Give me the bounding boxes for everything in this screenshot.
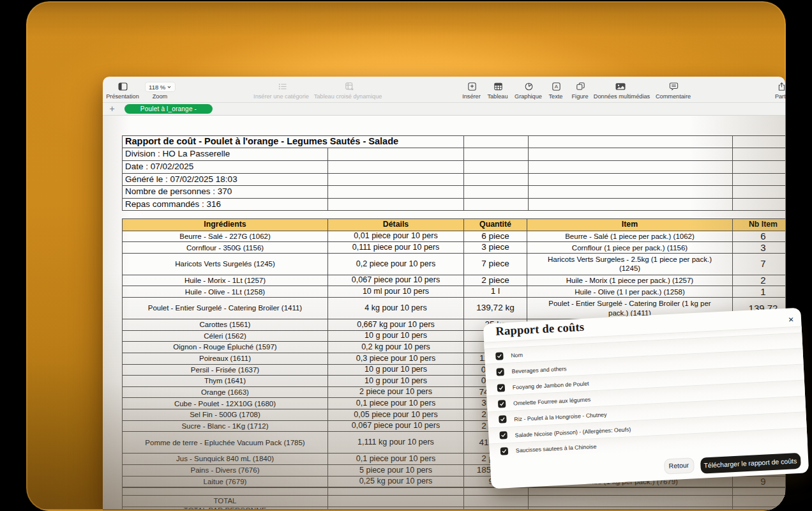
svg-text:A: A bbox=[555, 84, 559, 90]
